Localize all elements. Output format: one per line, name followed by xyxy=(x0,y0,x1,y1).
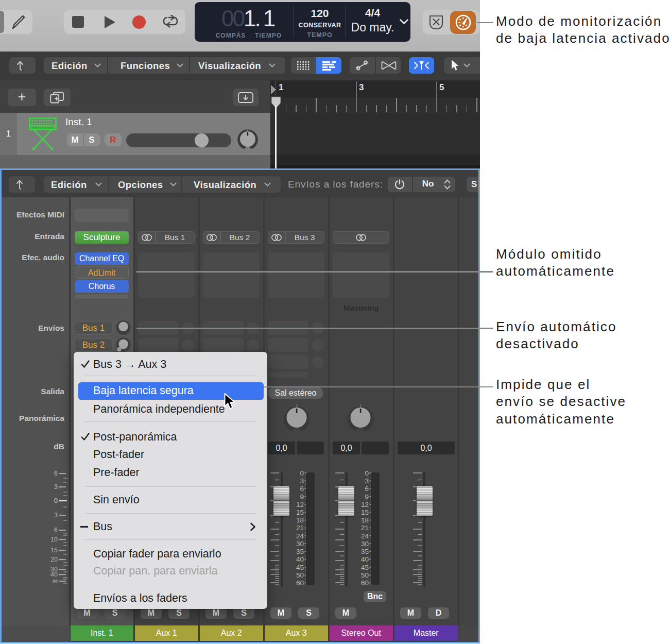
svg-text:9: 9 xyxy=(300,493,304,501)
svg-text:6: 6 xyxy=(365,485,369,493)
svg-text:40: 40 xyxy=(361,555,369,563)
svg-text:21: 21 xyxy=(296,524,304,532)
svg-text:40: 40 xyxy=(296,555,304,563)
svg-text:35: 35 xyxy=(296,548,304,555)
svg-text:60: 60 xyxy=(296,579,304,587)
svg-text:6: 6 xyxy=(300,485,304,493)
svg-text:3: 3 xyxy=(54,483,58,490)
svg-text:12: 12 xyxy=(361,501,369,509)
svg-text:15: 15 xyxy=(361,509,369,516)
svg-text:45: 45 xyxy=(361,564,369,571)
svg-text:30: 30 xyxy=(296,540,304,548)
svg-text:12: 12 xyxy=(296,501,304,509)
svg-text:15: 15 xyxy=(296,509,304,516)
svg-text:3: 3 xyxy=(365,477,369,485)
svg-text:35: 35 xyxy=(361,548,369,555)
svg-text:24: 24 xyxy=(296,532,304,540)
svg-text:0: 0 xyxy=(54,497,58,504)
svg-text:18: 18 xyxy=(296,516,304,524)
svg-text:20: 20 xyxy=(50,556,58,563)
svg-text:6: 6 xyxy=(54,527,58,534)
svg-text:15: 15 xyxy=(50,547,58,554)
svg-text:50: 50 xyxy=(361,571,369,579)
svg-text:6: 6 xyxy=(54,470,58,477)
svg-text:9: 9 xyxy=(365,493,369,501)
svg-text:3: 3 xyxy=(54,512,58,519)
svg-text:0: 0 xyxy=(365,469,369,477)
svg-text:0: 0 xyxy=(300,469,304,477)
svg-text:21: 21 xyxy=(361,524,369,532)
svg-text:45: 45 xyxy=(296,564,304,571)
svg-text:30: 30 xyxy=(361,540,369,548)
svg-text:50: 50 xyxy=(296,571,304,579)
svg-text:∞: ∞ xyxy=(53,577,58,585)
svg-text:3: 3 xyxy=(300,477,304,485)
svg-text:10: 10 xyxy=(50,536,58,543)
svg-text:18: 18 xyxy=(361,516,369,524)
svg-text:24: 24 xyxy=(361,532,369,540)
svg-text:60: 60 xyxy=(361,579,369,587)
